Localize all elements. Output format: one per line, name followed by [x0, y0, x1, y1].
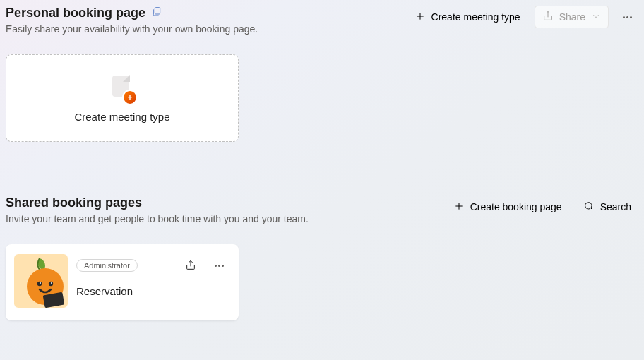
- create-booking-page-button[interactable]: Create booking page: [446, 196, 569, 218]
- card-more-button[interactable]: [208, 254, 230, 277]
- plus-icon: [453, 200, 465, 214]
- shared-titles: Shared booking pages Invite your team an…: [6, 196, 309, 224]
- booking-avatar: [14, 254, 68, 308]
- shared-title-text: Shared booking pages: [6, 196, 142, 210]
- more-icon: [215, 265, 224, 267]
- search-icon: [583, 200, 595, 214]
- personal-title: Personal booking page: [6, 6, 258, 20]
- search-label: Search: [600, 201, 631, 212]
- share-label: Share: [559, 11, 585, 23]
- svg-rect-0: [155, 8, 160, 14]
- booking-name: Reservation: [76, 285, 230, 297]
- share-button[interactable]: Share: [535, 6, 609, 28]
- create-meeting-type-label: Create meeting type: [431, 11, 520, 23]
- card-share-button[interactable]: [179, 254, 202, 277]
- svg-point-6: [585, 202, 591, 208]
- share-icon: [542, 11, 554, 24]
- personal-actions: Create meeting type Share: [407, 6, 638, 28]
- role-badge: Administrator: [76, 259, 138, 272]
- chevron-down-icon: [591, 11, 601, 23]
- svg-point-12: [51, 282, 52, 284]
- create-meeting-type-button[interactable]: Create meeting type: [407, 6, 527, 28]
- svg-point-11: [40, 282, 41, 284]
- booking-top-row: Administrator: [76, 254, 230, 277]
- personal-title-text: Personal booking page: [6, 6, 145, 20]
- create-meeting-type-card[interactable]: + Create meeting type: [6, 54, 239, 142]
- personal-subtitle: Easily share your availability with your…: [6, 23, 258, 35]
- shared-title: Shared booking pages: [6, 196, 309, 210]
- search-button[interactable]: Search: [576, 196, 638, 218]
- shared-section-header: Shared booking pages Invite your team an…: [6, 196, 638, 224]
- copy-link-icon[interactable]: [151, 6, 162, 20]
- shared-actions: Create booking page Search: [446, 196, 638, 218]
- personal-more-button[interactable]: [616, 6, 638, 28]
- personal-titles: Personal booking page Easily share your …: [6, 6, 258, 35]
- shared-subtitle: Invite your team and get people to book …: [6, 213, 309, 224]
- more-icon: [623, 16, 632, 18]
- svg-point-9: [37, 282, 42, 286]
- svg-line-7: [591, 208, 593, 210]
- booking-body: Administrator Reservation: [76, 254, 230, 311]
- create-booking-page-label: Create booking page: [470, 201, 562, 212]
- create-card-label: Create meeting type: [74, 111, 169, 123]
- booking-page-card[interactable]: Administrator Reservation: [6, 244, 239, 320]
- new-document-icon: +: [107, 74, 138, 105]
- plus-icon: [415, 11, 426, 24]
- personal-section-header: Personal booking page Easily share your …: [6, 6, 638, 35]
- svg-point-10: [49, 282, 53, 286]
